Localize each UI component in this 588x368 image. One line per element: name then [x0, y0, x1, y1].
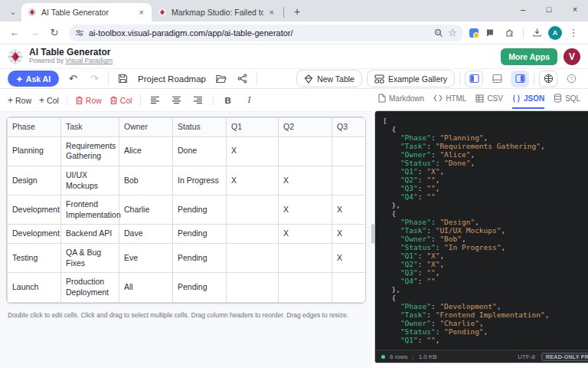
redo-button[interactable]: ↷ — [87, 71, 102, 87]
table-cell[interactable] — [227, 196, 279, 225]
add-row-button[interactable]: + Row — [8, 95, 31, 106]
ask-ai-button[interactable]: ✦ Ask AI — [8, 71, 59, 87]
table-cell[interactable]: Done — [173, 136, 227, 166]
table-cell[interactable]: X — [279, 196, 332, 225]
table-cell[interactable] — [332, 166, 367, 195]
extension-shortcut-icon[interactable] — [469, 28, 479, 38]
downloads-icon[interactable] — [528, 25, 545, 41]
column-header[interactable]: Q1 — [227, 118, 279, 137]
address-bar[interactable]: ai-toolbox.visual-paradigm.com/app/ai-ta… — [69, 25, 463, 41]
preview-tab-html[interactable]: HTML — [433, 89, 466, 109]
column-header[interactable]: Q3 — [332, 118, 367, 137]
table-cell[interactable] — [227, 273, 279, 302]
table-cell[interactable]: Pending — [173, 196, 227, 225]
table-cell[interactable]: X — [227, 166, 279, 195]
table-cell[interactable]: Launch — [8, 273, 61, 302]
bold-button[interactable]: B — [221, 94, 235, 107]
table-cell[interactable]: X — [279, 166, 332, 195]
browser-tab-inactive[interactable]: Markmap Studio: Failed to ope × — [152, 3, 282, 21]
user-avatar[interactable]: V — [564, 48, 580, 65]
table-cell[interactable]: Production Deployment — [61, 273, 119, 302]
column-header[interactable]: Owner — [119, 118, 173, 137]
reload-button[interactable]: ↻ — [46, 25, 63, 41]
table-cell[interactable]: UI/UX Mockups — [61, 166, 119, 195]
visual-paradigm-link[interactable]: Visual Paradigm — [65, 57, 113, 64]
back-button[interactable]: ← — [6, 25, 23, 41]
table-cell[interactable]: Planning — [8, 136, 61, 166]
tab-close-icon[interactable]: × — [268, 8, 276, 17]
save-button[interactable] — [115, 71, 130, 87]
align-center-button[interactable] — [170, 94, 184, 107]
browser-profile-avatar[interactable]: A — [548, 26, 562, 40]
site-settings-icon[interactable] — [75, 28, 84, 38]
table-cell[interactable]: Bob — [119, 166, 173, 195]
right-panel-toggle[interactable] — [511, 71, 529, 87]
document-name[interactable]: Project Roadmap — [138, 74, 206, 84]
column-header[interactable]: Q2 — [279, 118, 332, 137]
table-cell[interactable]: X — [332, 244, 367, 273]
zoom-out-icon[interactable] — [434, 28, 443, 38]
preview-tab-markdown[interactable]: Markdown — [378, 89, 424, 109]
example-gallery-button[interactable]: Example Gallery — [367, 70, 455, 87]
new-table-button[interactable]: New Table — [296, 70, 362, 87]
delete-column-button[interactable]: Col — [109, 96, 132, 105]
table-cell[interactable] — [227, 225, 279, 244]
table-cell[interactable]: Charlie — [119, 196, 173, 225]
undo-button[interactable]: ↶ — [65, 71, 80, 87]
extensions-puzzle-icon[interactable] — [501, 25, 518, 41]
table-cell[interactable]: Backend API — [61, 225, 119, 244]
forward-button[interactable]: → — [26, 25, 43, 41]
column-header[interactable]: Status — [173, 118, 227, 137]
table-cell[interactable]: Frontend Implementation — [61, 196, 119, 225]
preview-tab-csv[interactable]: CSV — [475, 89, 503, 109]
delete-row-button[interactable]: Row — [75, 96, 102, 105]
table-cell[interactable]: Development — [8, 225, 61, 244]
horizontal-split-toggle[interactable] — [488, 71, 506, 87]
browser-tab-active[interactable]: AI Table Generator × — [21, 3, 152, 21]
browser-menu-kebab-icon[interactable]: ⋮ — [565, 25, 582, 41]
column-header[interactable]: Task — [61, 118, 119, 137]
align-right-button[interactable] — [191, 94, 205, 107]
table-cell[interactable]: Pending — [173, 225, 227, 244]
table-cell[interactable]: In Progress — [173, 166, 227, 195]
align-left-button[interactable] — [149, 94, 162, 107]
table-cell[interactable]: Testing — [8, 244, 61, 273]
side-panel-icon[interactable] — [482, 25, 498, 41]
column-header[interactable]: Phase — [8, 118, 61, 137]
table-cell[interactable]: X — [332, 225, 367, 244]
help-button[interactable]: ? — [562, 71, 580, 87]
close-button[interactable]: × — [562, 0, 588, 18]
table-cell[interactable] — [279, 136, 332, 166]
maximize-button[interactable]: □ — [536, 0, 562, 18]
url-text[interactable]: ai-toolbox.visual-paradigm.com/app/ai-ta… — [89, 28, 430, 38]
preview-tab-sql[interactable]: SQL — [554, 89, 580, 109]
table-cell[interactable]: Design — [8, 166, 61, 195]
table-cell[interactable]: Dave — [119, 225, 173, 244]
italic-button[interactable]: I — [243, 94, 256, 107]
table-cell[interactable] — [227, 244, 279, 273]
table-cell[interactable]: Pending — [173, 273, 227, 302]
table-cell[interactable] — [332, 136, 367, 166]
table-cell[interactable]: X — [227, 136, 279, 166]
new-tab-button[interactable]: + — [289, 3, 305, 20]
split-view-toggle[interactable] — [465, 71, 483, 87]
json-code[interactable]: [ { "Phase": "Planning", "Task": "Requir… — [375, 111, 588, 350]
table-cell[interactable]: X — [332, 196, 367, 225]
preview-tab-json[interactable]: JSON — [512, 89, 544, 109]
table-cell[interactable]: Development — [8, 196, 61, 225]
more-apps-button[interactable]: More Apps — [501, 48, 557, 65]
table-cell[interactable]: X — [279, 225, 332, 244]
bookmark-star-icon[interactable]: ☆ — [448, 27, 457, 38]
table-cell[interactable]: All — [119, 273, 173, 302]
table-cell[interactable]: Requirements Gathering — [61, 136, 119, 166]
open-folder-button[interactable] — [214, 71, 229, 87]
table-cell[interactable]: Alice — [119, 136, 173, 166]
table-cell[interactable]: Eve — [119, 244, 173, 273]
table-cell[interactable]: Pending — [173, 244, 227, 273]
tab-close-icon[interactable]: × — [138, 8, 145, 17]
tab-search-chevron-icon[interactable]: ⌄ — [5, 4, 21, 19]
share-button[interactable] — [235, 71, 250, 87]
minimize-button[interactable]: – — [510, 0, 536, 18]
language-globe-button[interactable] — [539, 71, 557, 87]
table-cell[interactable] — [279, 273, 332, 302]
